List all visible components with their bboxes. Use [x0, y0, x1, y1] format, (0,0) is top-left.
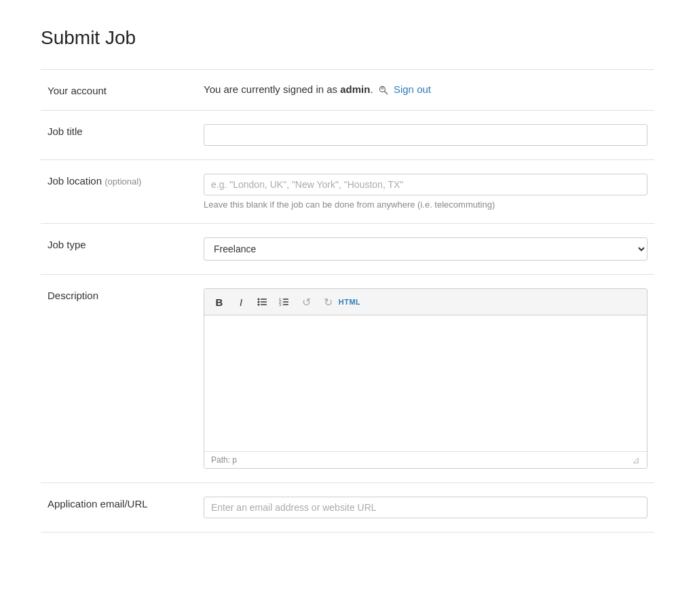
svg-rect-6	[261, 301, 267, 303]
italic-button[interactable]: I	[231, 293, 250, 311]
application-email-row: Application email/URL	[41, 483, 654, 533]
description-editor-body[interactable]	[204, 315, 647, 451]
account-username: admin	[340, 83, 370, 95]
account-status: You are currently signed in as admin. Si…	[204, 70, 431, 95]
editor-toolbar: B I	[204, 289, 647, 315]
svg-rect-12	[283, 301, 288, 303]
application-email-input[interactable]	[204, 497, 647, 518]
undo-button[interactable]: ↺	[297, 293, 316, 311]
unordered-list-button[interactable]	[253, 293, 272, 311]
redo-button[interactable]: ↻	[318, 293, 337, 311]
description-label: Description	[48, 290, 98, 301]
job-location-row: Job location (optional) Leave this blank…	[41, 160, 654, 224]
job-location-hint: Leave this blank if the job can be done …	[204, 199, 647, 210]
svg-line-1	[384, 92, 387, 94]
editor-path: Path: p	[211, 455, 237, 465]
job-location-label: Job location (optional)	[48, 175, 141, 187]
job-type-label: Job type	[48, 239, 86, 250]
svg-rect-4	[261, 299, 267, 300]
job-title-label: Job title	[48, 126, 83, 137]
ordered-list-button[interactable]: 1. 2. 3.	[275, 293, 294, 311]
editor-footer: Path: p ⊿	[204, 451, 647, 468]
job-title-input[interactable]	[204, 124, 647, 146]
html-button[interactable]: HTML	[340, 293, 359, 311]
job-location-input[interactable]	[204, 174, 647, 195]
svg-rect-8	[261, 304, 267, 305]
application-email-label: Application email/URL	[48, 498, 148, 509]
bold-button[interactable]: B	[210, 293, 229, 311]
account-row: Your account You are currently signed in…	[41, 70, 654, 111]
job-location-optional: (optional)	[105, 176, 141, 187]
page-title: Submit Job	[41, 27, 654, 49]
svg-text:3.: 3.	[279, 303, 283, 307]
account-label: Your account	[48, 85, 107, 96]
unordered-list-icon	[257, 296, 268, 307]
svg-rect-14	[283, 304, 288, 305]
submit-job-form: Your account You are currently signed in…	[41, 69, 654, 533]
svg-point-3	[258, 299, 260, 301]
job-type-row: Job type Full-time Part-time Freelance T…	[41, 224, 654, 275]
account-suffix: .	[370, 83, 373, 95]
sign-out-link[interactable]: Sign out	[394, 83, 431, 95]
svg-point-5	[258, 301, 260, 303]
ordered-list-icon: 1. 2. 3.	[279, 296, 290, 307]
description-editor: B I	[204, 288, 647, 469]
account-prefix: You are currently signed in as	[204, 83, 340, 95]
resize-handle[interactable]: ⊿	[632, 455, 640, 465]
svg-point-7	[258, 304, 260, 306]
job-title-row: Job title	[41, 111, 654, 160]
svg-point-2	[381, 87, 383, 89]
svg-rect-10	[283, 299, 288, 300]
person-search-icon	[378, 85, 389, 96]
description-row: Description B I	[41, 275, 654, 483]
job-type-select[interactable]: Full-time Part-time Freelance Temporary …	[204, 237, 647, 261]
